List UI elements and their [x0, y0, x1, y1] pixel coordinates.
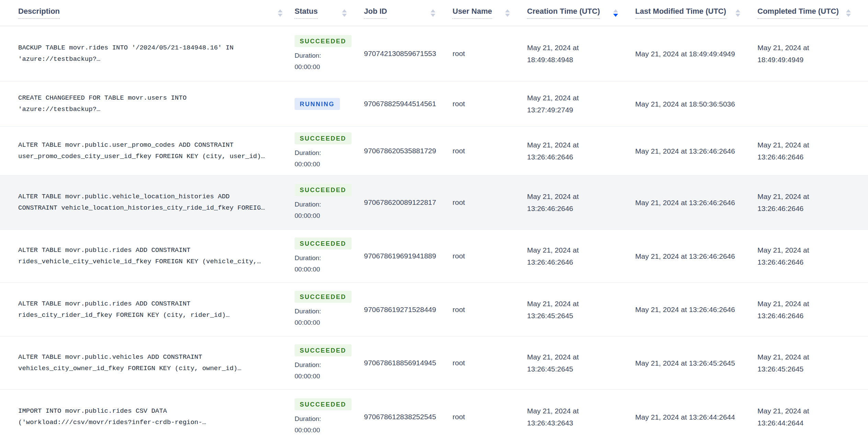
sort-arrows-icon[interactable]: [735, 9, 740, 17]
creation-time: May 21, 2024 at 13:26:43:2643: [527, 405, 613, 429]
job-status-cell: SUCCEEDEDDuration:00:00:00: [295, 132, 364, 170]
job-row[interactable]: IMPORT INTO movr.public.rides CSV DATA (…: [0, 390, 868, 444]
job-status-cell: SUCCEEDEDDuration:00:00:00: [295, 237, 364, 275]
column-label: User Name: [453, 7, 492, 19]
creation-time: May 21, 2024 at 13:26:46:2646: [527, 139, 613, 163]
user-name-cell: root: [453, 198, 527, 207]
sort-desc-icon[interactable]: [505, 14, 510, 17]
user-name: root: [453, 147, 527, 155]
column-header-user[interactable]: User Name: [453, 7, 527, 19]
sort-desc-icon[interactable]: [431, 14, 435, 17]
jobs-table-header: DescriptionStatusJob IDUser NameCreation…: [0, 0, 868, 26]
job-description-cell[interactable]: ALTER TABLE movr.public.rides ADD CONSTR…: [0, 298, 295, 321]
column-header-status[interactable]: Status: [295, 7, 364, 19]
jobs-table-body: BACKUP TABLE movr.rides INTO '/2024/05/2…: [0, 26, 868, 444]
jobs-table: DescriptionStatusJob IDUser NameCreation…: [0, 0, 868, 444]
sort-asc-icon[interactable]: [735, 9, 740, 12]
sort-arrows-icon[interactable]: [846, 9, 851, 17]
sort-arrows-icon[interactable]: [278, 9, 283, 17]
sort-asc-icon[interactable]: [613, 9, 618, 12]
user-name: root: [453, 252, 527, 260]
last-modified-time-cell: May 21, 2024 at 18:50:36:5036: [635, 98, 757, 110]
user-name-cell: root: [453, 359, 527, 367]
job-id-cell: 970678618856914945: [364, 359, 453, 367]
duration-value: 00:00:00: [295, 61, 364, 73]
column-header-desc[interactable]: Description: [0, 7, 295, 19]
last-modified-time: May 21, 2024 at 18:49:49:4949: [635, 48, 757, 60]
job-row[interactable]: ALTER TABLE movr.public.vehicles ADD CON…: [0, 336, 868, 390]
duration-label: Duration:: [295, 199, 364, 210]
job-id: 970678620535881729: [364, 147, 453, 155]
sort-asc-icon[interactable]: [505, 9, 510, 12]
sort-asc-icon[interactable]: [431, 9, 435, 12]
job-id-cell: 970678619271528449: [364, 306, 453, 314]
job-description-cell[interactable]: ALTER TABLE movr.public.vehicle_location…: [0, 191, 295, 214]
job-row[interactable]: ALTER TABLE movr.public.rides ADD CONSTR…: [0, 230, 868, 283]
job-duration: Duration:00:00:00: [295, 252, 364, 275]
creation-time-cell: May 21, 2024 at 13:26:46:2646: [527, 244, 635, 268]
job-id: 970678620089122817: [364, 198, 453, 207]
job-id: 970678825944514561: [364, 100, 453, 108]
completed-time: May 21, 2024 at 13:26:46:2646: [757, 244, 847, 268]
sort-desc-icon[interactable]: [613, 14, 618, 17]
job-description-cell[interactable]: IMPORT INTO movr.public.rides CSV DATA (…: [0, 406, 295, 428]
job-row[interactable]: ALTER TABLE movr.public.user_promo_codes…: [0, 126, 868, 176]
sort-asc-icon[interactable]: [278, 9, 283, 12]
last-modified-time: May 21, 2024 at 13:26:46:2646: [635, 303, 757, 315]
job-id-cell: 970678619691941889: [364, 252, 453, 260]
last-modified-time-cell: May 21, 2024 at 13:26:46:2646: [635, 303, 757, 315]
sort-desc-icon[interactable]: [342, 14, 347, 17]
user-name: root: [453, 306, 527, 314]
completed-time: May 21, 2024 at 18:49:49:4949: [757, 42, 847, 66]
duration-value: 00:00:00: [295, 264, 364, 275]
status-badge: SUCCEEDED: [295, 291, 352, 303]
creation-time-cell: May 21, 2024 at 13:26:45:2645: [527, 351, 635, 375]
job-description-cell[interactable]: ALTER TABLE movr.public.rides ADD CONSTR…: [0, 245, 295, 267]
job-description-cell[interactable]: ALTER TABLE movr.public.vehicles ADD CON…: [0, 352, 295, 374]
creation-time-cell: May 21, 2024 at 13:26:46:2646: [527, 139, 635, 163]
job-description-cell[interactable]: ALTER TABLE movr.public.user_promo_codes…: [0, 140, 295, 162]
sort-arrows-icon[interactable]: [342, 9, 347, 17]
job-id-cell: 970678620535881729: [364, 147, 453, 155]
job-description: ALTER TABLE movr.public.vehicle_location…: [18, 191, 283, 214]
job-row[interactable]: ALTER TABLE movr.public.vehicle_location…: [0, 176, 868, 230]
column-header-completed[interactable]: Completed Time (UTC): [757, 7, 868, 19]
job-description: BACKUP TABLE movr.rides INTO '/2024/05/2…: [18, 42, 283, 65]
sort-desc-icon[interactable]: [735, 14, 740, 17]
sort-asc-icon[interactable]: [846, 9, 851, 12]
job-id-cell: 970678612838252545: [364, 413, 453, 421]
last-modified-time-cell: May 21, 2024 at 13:26:46:2646: [635, 250, 757, 262]
user-name: root: [453, 198, 527, 207]
job-status-cell: SUCCEEDEDDuration:00:00:00: [295, 35, 364, 73]
job-status-cell: SUCCEEDEDDuration:00:00:00: [295, 291, 364, 328]
completed-time-cell: May 21, 2024 at 13:26:46:2646: [757, 190, 868, 214]
column-header-created[interactable]: Creation Time (UTC): [527, 7, 635, 19]
sort-arrows-icon[interactable]: [431, 9, 435, 17]
duration-value: 00:00:00: [295, 317, 364, 328]
sort-desc-icon[interactable]: [278, 14, 283, 17]
sort-desc-icon[interactable]: [846, 14, 851, 17]
creation-time-cell: May 21, 2024 at 13:27:49:2749: [527, 92, 635, 116]
user-name: root: [453, 100, 527, 108]
sort-asc-icon[interactable]: [342, 9, 347, 12]
sort-arrows-icon[interactable]: [505, 9, 510, 17]
job-id: 970678619691941889: [364, 252, 453, 260]
job-status-cell: SUCCEEDEDDuration:00:00:00: [295, 398, 364, 436]
user-name-cell: root: [453, 100, 527, 108]
sort-arrows-icon[interactable]: [613, 9, 618, 17]
last-modified-time-cell: May 21, 2024 at 13:26:44:2644: [635, 411, 757, 423]
job-row[interactable]: BACKUP TABLE movr.rides INTO '/2024/05/2…: [0, 26, 868, 81]
completed-time: May 21, 2024 at 13:26:45:2645: [757, 351, 847, 375]
job-duration: Duration:00:00:00: [295, 306, 364, 328]
job-description-cell[interactable]: CREATE CHANGEFEED FOR TABLE movr.users I…: [0, 92, 295, 115]
job-duration: Duration:00:00:00: [295, 50, 364, 73]
column-header-jobid[interactable]: Job ID: [364, 7, 453, 19]
last-modified-time: May 21, 2024 at 18:50:36:5036: [635, 98, 757, 110]
column-label: Description: [18, 7, 60, 19]
job-row[interactable]: ALTER TABLE movr.public.rides ADD CONSTR…: [0, 283, 868, 336]
job-description-cell[interactable]: BACKUP TABLE movr.rides INTO '/2024/05/2…: [0, 42, 295, 65]
last-modified-time: May 21, 2024 at 13:26:46:2646: [635, 250, 757, 262]
job-status-cell: RUNNING: [295, 98, 364, 110]
job-row[interactable]: CREATE CHANGEFEED FOR TABLE movr.users I…: [0, 81, 868, 126]
column-header-modified[interactable]: Last Modified Time (UTC): [635, 7, 757, 19]
